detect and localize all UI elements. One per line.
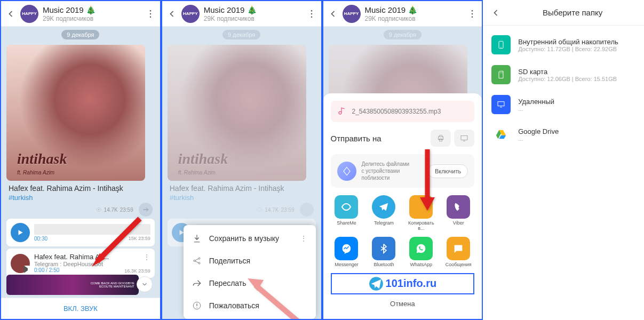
print-icon xyxy=(436,134,445,142)
album-cover[interactable]: intihask ft. Rahima Azim xyxy=(6,45,145,181)
app-viber[interactable]: Viber xyxy=(442,195,474,231)
audio-player[interactable]: 00:3015K 23:59 xyxy=(6,219,155,246)
svg-point-1 xyxy=(150,13,152,14)
svg-point-9 xyxy=(198,262,200,264)
back-icon[interactable] xyxy=(166,9,177,19)
svg-rect-20 xyxy=(498,102,504,106)
storage-gdrive[interactable]: Google Drive... xyxy=(483,119,644,149)
phone-icon xyxy=(491,35,511,54)
file-chip[interactable]: 2_5438500508903933255.mp3 xyxy=(331,101,475,122)
more-icon[interactable] xyxy=(467,9,478,19)
header: HAPPY Music 2019 🎄 29K подписчиков xyxy=(1,1,160,27)
scroll-down-button[interactable] xyxy=(137,276,153,292)
svg-point-4 xyxy=(311,10,312,11)
track-title: Hafex feat. Rahima Azim - Intihaşk xyxy=(9,184,153,193)
context-menu: Сохранить в музыку ⋮ Поделиться Переслат… xyxy=(184,225,316,319)
channel-title: Music 2019 🎄 xyxy=(43,5,141,15)
monitor-icon xyxy=(491,95,511,114)
report-icon xyxy=(192,301,202,310)
svg-point-6 xyxy=(311,16,312,18)
app-telegram[interactable]: Telegram xyxy=(368,195,400,231)
cast-button[interactable] xyxy=(454,130,474,147)
svg-rect-15 xyxy=(440,139,442,141)
channel-subtitle: 29K подписчиков xyxy=(43,15,141,22)
next-banner[interactable]: COME BACK AND GOODBYEECOUTE MAINTENANT xyxy=(6,275,139,295)
app-bluetooth[interactable]: Bluetooth xyxy=(368,237,400,268)
svg-point-2 xyxy=(150,16,152,18)
mute-button[interactable]: ВКЛ. ЗВУК xyxy=(1,298,160,319)
gdrive-icon xyxy=(491,125,511,144)
print-button[interactable] xyxy=(431,130,451,147)
nearby-box: Делитесь файламис устройствамипоблизости… xyxy=(331,154,475,188)
back-icon[interactable] xyxy=(328,9,338,19)
svg-point-7 xyxy=(194,260,195,262)
svg-rect-16 xyxy=(461,135,467,140)
sd-card-icon xyxy=(491,65,511,84)
svg-rect-14 xyxy=(439,137,443,139)
enable-button[interactable]: Включить xyxy=(428,164,468,178)
channel-avatar[interactable]: HAPPY xyxy=(343,5,361,23)
svg-point-3 xyxy=(98,209,99,210)
channel-avatar[interactable]: HAPPY xyxy=(20,5,38,23)
storage-sd[interactable]: SD картаДоступно: 12.06GB | Всего: 15.51… xyxy=(483,60,644,90)
menu-share[interactable]: Поделиться xyxy=(184,250,316,272)
header: HAPPY Music 2019 🎄 29K подписчиков xyxy=(162,1,321,27)
channel-avatar[interactable]: HAPPY xyxy=(181,5,200,23)
svg-point-19 xyxy=(501,47,502,47)
forward-icon xyxy=(192,278,202,288)
storage-internal[interactable]: Внутренний общий накопительДоступно: 11.… xyxy=(483,30,644,60)
track-thumb[interactable] xyxy=(11,254,30,273)
svg-point-0 xyxy=(150,10,152,11)
more-icon[interactable] xyxy=(145,9,156,19)
storage-remote[interactable]: Удаленный... xyxy=(483,90,644,119)
screen-icon xyxy=(460,134,468,142)
date-badge: 9 декабря xyxy=(61,30,99,39)
svg-point-5 xyxy=(311,13,312,14)
svg-point-12 xyxy=(472,13,473,14)
forward-button[interactable] xyxy=(139,203,153,217)
share-sheet: 2_5438500508903933255.mp3 Отправить на Д… xyxy=(323,93,482,319)
picker-title: Выберите папку xyxy=(508,8,637,17)
download-icon xyxy=(192,234,202,243)
track-menu-icon[interactable]: ⋮ xyxy=(143,253,150,261)
play-button[interactable] xyxy=(11,223,30,242)
views-icon xyxy=(96,206,102,213)
submenu-icon[interactable]: ⋮ xyxy=(300,234,307,243)
more-icon[interactable] xyxy=(306,9,317,19)
cancel-button[interactable]: Отмена xyxy=(331,298,475,310)
svg-point-13 xyxy=(472,16,473,18)
music-file-icon xyxy=(336,106,347,117)
nearby-icon xyxy=(337,162,356,181)
app-messenger[interactable]: Messenger xyxy=(331,237,363,268)
app-copy-to[interactable]: Копировать в... xyxy=(405,195,437,231)
header: HAPPY Music 2019 🎄 29K подписчиков xyxy=(323,1,482,27)
hashtag[interactable]: #turkish xyxy=(9,194,153,202)
track-item[interactable]: Hafex feat. Rahima Az... Telegram : Deep… xyxy=(6,249,155,278)
back-icon[interactable] xyxy=(5,9,16,19)
send-to-label: Отправить на xyxy=(331,134,381,143)
share-icon xyxy=(192,256,202,266)
telegram-logo-icon xyxy=(369,276,384,291)
back-icon[interactable] xyxy=(490,7,501,18)
app-shareme[interactable]: ShareMe xyxy=(331,195,363,231)
menu-report[interactable]: Пожаловаться xyxy=(184,294,316,317)
album-cover: intihask ft. Rahima Azim xyxy=(168,45,306,181)
svg-point-11 xyxy=(472,10,473,11)
watermark: 101info.ru xyxy=(331,273,475,294)
app-messages[interactable]: Сообщения xyxy=(442,237,474,268)
svg-point-8 xyxy=(198,258,200,259)
app-whatsapp[interactable]: WhatsApp xyxy=(405,237,437,268)
menu-save-music[interactable]: Сохранить в музыку ⋮ xyxy=(184,227,316,250)
menu-forward[interactable]: Переслать xyxy=(184,272,316,294)
folder-picker-header: Выберите папку xyxy=(483,0,644,26)
